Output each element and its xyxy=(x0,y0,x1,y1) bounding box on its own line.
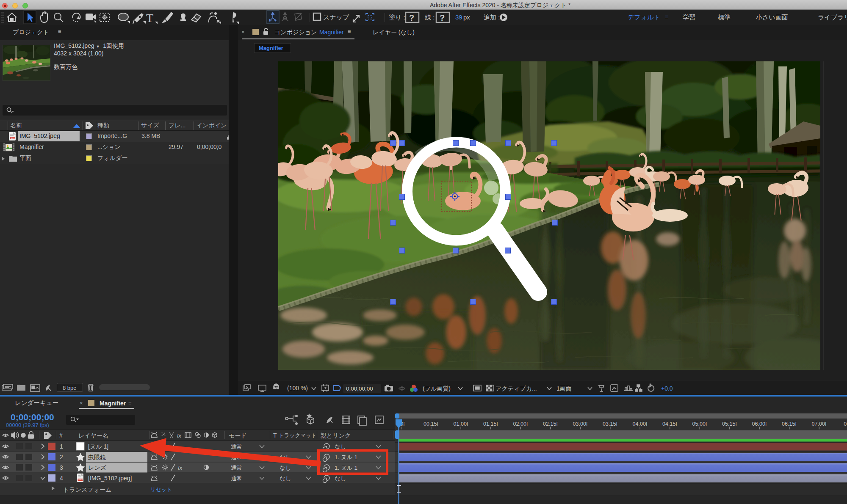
svg-text:05:15f: 05:15f xyxy=(722,421,737,427)
svg-text:なし: なし xyxy=(335,475,346,482)
svg-text:親とリンク: 親とリンク xyxy=(321,432,351,439)
svg-text:1: 1 xyxy=(60,443,63,450)
svg-text:fx: fx xyxy=(177,432,182,439)
svg-text:?: ? xyxy=(440,13,445,22)
svg-text:T: T xyxy=(146,11,153,25)
svg-text:1画面: 1画面 xyxy=(556,385,572,392)
svg-text:fx: fx xyxy=(178,465,183,471)
svg-text:0;00;00;00: 0;00;00;00 xyxy=(346,386,373,392)
svg-text:なし: なし xyxy=(280,475,291,482)
svg-text:≡: ≡ xyxy=(665,14,668,20)
svg-text:線 :: 線 : xyxy=(425,14,435,21)
svg-text:(フル画質): (フル画質) xyxy=(423,385,451,392)
svg-text:×: × xyxy=(80,400,83,406)
svg-text:4: 4 xyxy=(60,475,63,482)
svg-text:ライブラリ: ライブラリ xyxy=(818,14,847,21)
svg-text:[IMG_5102.jpeg]: [IMG_5102.jpeg] xyxy=(88,475,132,482)
svg-text:通常: 通常 xyxy=(231,475,242,482)
svg-text:アクティブカ...: アクティブカ... xyxy=(495,385,537,392)
svg-text:07:00f: 07:00f xyxy=(812,421,827,427)
svg-text:レンズ: レンズ xyxy=(88,464,107,471)
svg-text:06:00f: 06:00f xyxy=(752,421,767,427)
svg-text:通常: 通常 xyxy=(231,443,242,450)
svg-text:標準: 標準 xyxy=(718,14,731,21)
svg-text:2: 2 xyxy=(60,454,63,460)
svg-text:+0.0: +0.0 xyxy=(661,385,673,392)
svg-text:1. ヌル 1: 1. ヌル 1 xyxy=(335,465,357,471)
svg-text:01:15f: 01:15f xyxy=(483,421,498,427)
svg-text:塗り :: 塗り : xyxy=(389,14,405,21)
svg-text:レイヤー名: レイヤー名 xyxy=(78,432,108,439)
svg-text:02:00f: 02:00f xyxy=(513,421,528,427)
svg-text:px: px xyxy=(463,14,470,21)
svg-text:04:00f: 04:00f xyxy=(633,421,648,427)
svg-text:なし: なし xyxy=(280,465,291,471)
svg-text:トランスフォーム: トランスフォーム xyxy=(63,486,111,493)
svg-text:3: 3 xyxy=(60,464,63,471)
svg-text:追加 :: 追加 : xyxy=(484,14,500,21)
svg-text:スナップ: スナップ xyxy=(323,14,349,21)
svg-text:なし: なし xyxy=(335,443,346,450)
svg-text:レンダーキュー: レンダーキュー xyxy=(15,399,58,406)
svg-text:学習: 学習 xyxy=(683,14,695,21)
svg-text:JPEG: JPEG xyxy=(10,138,15,140)
svg-text:[ヌル 1]: [ヌル 1] xyxy=(88,443,108,450)
svg-text:Magnifier: Magnifier xyxy=(100,400,126,407)
svg-text:05:00f: 05:00f xyxy=(692,421,707,427)
svg-text:1. ヌル 1: 1. ヌル 1 xyxy=(335,454,357,460)
svg-text:小さい画面: 小さい画面 xyxy=(756,14,788,21)
svg-text:#: # xyxy=(59,432,63,439)
svg-text:00:15f: 00:15f xyxy=(424,421,438,427)
svg-text:≡: ≡ xyxy=(128,400,132,406)
svg-text:JPEG: JPEG xyxy=(78,479,83,481)
svg-text:0;00;00;00: 0;00;00;00 xyxy=(11,412,54,422)
svg-text:04:15f: 04:15f xyxy=(662,421,677,427)
svg-text:虫眼鏡: 虫眼鏡 xyxy=(88,454,106,460)
svg-text:01:00f: 01:00f xyxy=(454,421,468,427)
svg-text:03:00f: 03:00f xyxy=(573,421,588,427)
svg-text:デフォルト: デフォルト xyxy=(628,14,660,21)
svg-text:トラックマット: トラックマット xyxy=(279,432,317,438)
svg-text:07:1: 07:1 xyxy=(844,421,847,427)
svg-text:06:15f: 06:15f xyxy=(782,421,797,427)
svg-text:02:15f: 02:15f xyxy=(543,421,558,427)
svg-text:T: T xyxy=(273,432,277,439)
svg-text:03:15f: 03:15f xyxy=(603,421,617,427)
svg-text:リセット: リセット xyxy=(150,487,172,493)
svg-text:通常: 通常 xyxy=(231,465,242,471)
svg-text:モード: モード xyxy=(229,432,247,439)
svg-text:00000 (29.97 fps): 00000 (29.97 fps) xyxy=(6,422,49,428)
svg-text:?: ? xyxy=(409,13,414,22)
svg-text:39: 39 xyxy=(455,14,462,21)
svg-text:(100 %): (100 %) xyxy=(287,385,308,391)
